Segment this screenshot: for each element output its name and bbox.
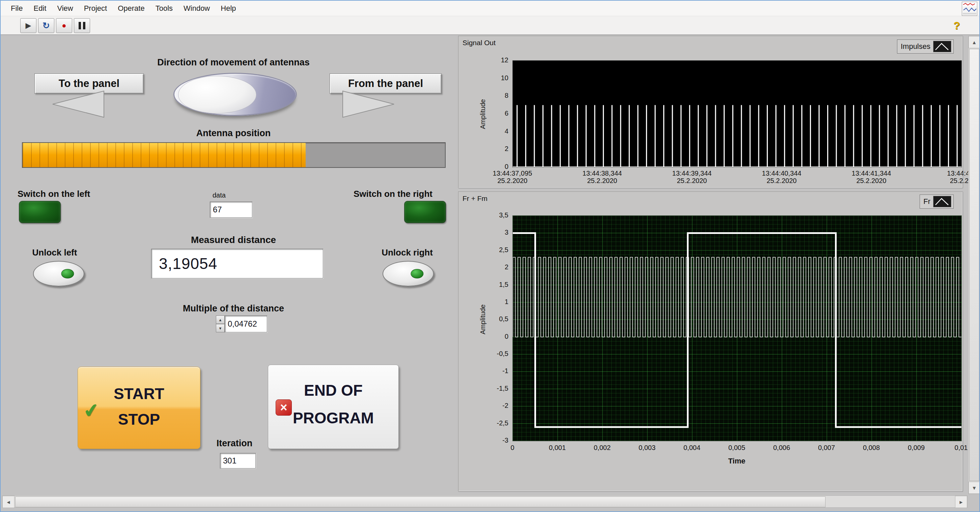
signal-out-title: Signal Out bbox=[463, 39, 496, 47]
switch-left-led bbox=[19, 201, 61, 223]
fr-fm-x-tick: 0,006 bbox=[761, 444, 802, 451]
fr-legend-label: Fr bbox=[923, 197, 931, 206]
direction-label: Direction of movement of antennas bbox=[102, 57, 365, 68]
start-stop-line1: START bbox=[78, 385, 200, 403]
signal-out-x-tick: 13:44:40,34425.2.2020 bbox=[745, 170, 819, 184]
menu-bar: FileEditViewProjectOperateToolsWindowHel… bbox=[1, 1, 979, 16]
multiple-distance-control[interactable]: ▲ ▼ 0,04762 bbox=[216, 315, 267, 332]
unlock-right-button[interactable] bbox=[383, 261, 434, 287]
h-scroll-right-button[interactable]: ► bbox=[955, 496, 967, 508]
fr-legend[interactable]: Fr bbox=[920, 195, 954, 209]
run-button[interactable]: ▶ bbox=[20, 18, 37, 33]
end-program-line2: PROGRAM bbox=[268, 409, 398, 427]
switch-right-led bbox=[404, 201, 446, 223]
menu-item-window[interactable]: Window bbox=[178, 1, 215, 16]
abort-button[interactable]: ● bbox=[56, 18, 72, 33]
labview-front-panel-window: FileEditViewProjectOperateToolsWindowHel… bbox=[0, 0, 980, 512]
fr-fm-x-tick: 0 bbox=[492, 444, 533, 451]
antenna-position-fill bbox=[22, 143, 305, 167]
spin-up-icon: ▲ bbox=[219, 318, 222, 322]
help-icon: ? bbox=[953, 19, 960, 32]
vi-icon[interactable] bbox=[962, 2, 977, 16]
start-stop-button[interactable]: ✔ START STOP bbox=[78, 367, 200, 449]
pause-button[interactable] bbox=[74, 18, 90, 33]
left-arrow-icon bbox=[52, 90, 105, 118]
fr-fm-chart: Fr + Fm Fr Amplitude Time 3,532,521,510,… bbox=[458, 192, 963, 491]
switch-left-label: Switch on the left bbox=[18, 189, 90, 199]
h-scroll-thumb[interactable] bbox=[15, 496, 826, 507]
iteration-label: Iteration bbox=[204, 438, 265, 449]
v-scroll-thumb[interactable] bbox=[969, 49, 979, 481]
from-the-panel-label: From the panel bbox=[348, 78, 423, 90]
unlock-left-button[interactable] bbox=[33, 261, 84, 287]
signal-out-y-tick: 8 bbox=[461, 92, 508, 99]
context-help-button[interactable]: ? bbox=[950, 19, 964, 32]
signal-out-x-tick: 13:44:41,34425.2.2020 bbox=[834, 170, 908, 184]
fr-fm-y-tick: 1 bbox=[461, 298, 508, 305]
fr-fm-y-tick: -1 bbox=[461, 367, 508, 374]
unlock-left-led-icon bbox=[61, 269, 74, 278]
decrement-button[interactable]: ▼ bbox=[216, 324, 225, 332]
fr-fm-x-tick: 0,001 bbox=[537, 444, 578, 451]
data-value: 67 bbox=[213, 205, 222, 214]
v-scroll-down-button[interactable]: ▼ bbox=[969, 482, 980, 494]
vertical-scrollbar[interactable]: ▲ ▼ bbox=[968, 36, 980, 494]
fr-fm-y-tick: 2 bbox=[461, 263, 508, 271]
measured-distance-indicator: 3,19054 bbox=[151, 249, 323, 278]
run-continuous-button[interactable]: ↻ bbox=[38, 18, 54, 33]
antenna-position-bar bbox=[22, 142, 445, 168]
right-arrow-icon bbox=[342, 90, 395, 118]
run-continuous-icon: ↻ bbox=[43, 21, 50, 31]
unlock-right-led-icon bbox=[410, 269, 423, 278]
fr-fm-y-tick: -1,5 bbox=[461, 385, 508, 392]
menu-item-tools[interactable]: Tools bbox=[150, 1, 178, 16]
menu-item-file[interactable]: File bbox=[5, 1, 28, 16]
fr-fm-y-tick: -2 bbox=[461, 402, 508, 409]
signal-out-x-tick: 13:44:37,09525.2.2020 bbox=[475, 170, 550, 184]
signal-out-y-tick: 12 bbox=[461, 56, 508, 64]
multiple-distance-field[interactable]: 0,04762 bbox=[225, 315, 267, 332]
v-scroll-up-button[interactable]: ▲ bbox=[969, 36, 980, 48]
toolbar: ▶ ↻ ● ? bbox=[1, 16, 979, 35]
menu-item-help[interactable]: Help bbox=[215, 1, 241, 16]
fr-fm-y-tick: 0,5 bbox=[461, 315, 508, 323]
fr-fm-y-tick: 0 bbox=[461, 333, 508, 340]
signal-out-y-tick: 6 bbox=[461, 109, 508, 117]
start-stop-line2: STOP bbox=[78, 410, 200, 428]
iteration-indicator: 301 bbox=[220, 453, 256, 469]
signal-out-x-tick: 13:44:38,34425.2.2020 bbox=[565, 170, 639, 184]
fr-fm-y-tick: 3 bbox=[461, 228, 508, 236]
fr-fm-y-tick: -0,5 bbox=[461, 350, 508, 357]
pause-icon bbox=[79, 22, 85, 29]
multiple-distance-label: Multiple of the distance bbox=[149, 303, 318, 314]
fr-fm-y-tick: -3 bbox=[461, 436, 508, 444]
signal-out-svg bbox=[513, 61, 961, 167]
fr-legend-icon bbox=[933, 196, 951, 207]
horizontal-scrollbar[interactable]: ◄ ► bbox=[2, 496, 967, 507]
menu-item-edit[interactable]: Edit bbox=[28, 1, 52, 16]
direction-rocker-switch[interactable] bbox=[173, 73, 297, 116]
menu-item-operate[interactable]: Operate bbox=[112, 1, 150, 16]
menu-item-view[interactable]: View bbox=[52, 1, 78, 16]
fr-fm-y-tick: 1,5 bbox=[461, 281, 508, 288]
end-of-program-button[interactable]: × END OF PROGRAM bbox=[268, 365, 399, 449]
scroll-down-icon: ▼ bbox=[972, 485, 977, 491]
fr-fm-x-tick: 0,007 bbox=[806, 444, 847, 451]
menu-item-project[interactable]: Project bbox=[79, 1, 112, 16]
time-axis-label: Time bbox=[512, 457, 961, 466]
impulses-legend[interactable]: Impulses bbox=[897, 40, 954, 54]
run-icon: ▶ bbox=[25, 21, 31, 30]
signal-out-y-tick: 4 bbox=[461, 127, 508, 135]
spin-down-icon: ▼ bbox=[219, 326, 222, 330]
menu-items: FileEditViewProjectOperateToolsWindowHel… bbox=[5, 1, 242, 16]
h-scroll-left-button[interactable]: ◄ bbox=[2, 496, 14, 508]
increment-button[interactable]: ▲ bbox=[216, 315, 225, 324]
iteration-value: 301 bbox=[223, 456, 237, 466]
fr-fm-y-tick: -2,5 bbox=[461, 419, 508, 427]
signal-out-y-tick: 2 bbox=[461, 145, 508, 152]
scroll-left-icon: ◄ bbox=[6, 499, 11, 505]
fr-fm-y-tick: 2,5 bbox=[461, 246, 508, 254]
signal-out-y-tick: 10 bbox=[461, 74, 508, 82]
impulses-legend-icon bbox=[933, 41, 951, 52]
unlock-left-label: Unlock left bbox=[14, 247, 95, 258]
